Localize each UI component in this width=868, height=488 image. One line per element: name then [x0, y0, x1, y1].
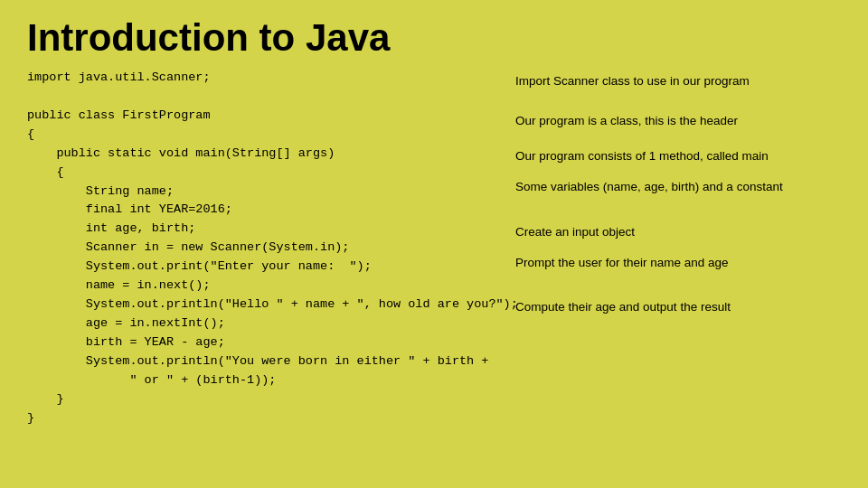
page-title: Introduction to Java — [0, 0, 868, 69]
annotation-compute: Compute their age and output the result — [515, 298, 841, 316]
annotations-section: Import Scanner class to use in our progr… — [515, 69, 841, 428]
code-section: import java.util.Scanner; public class F… — [27, 69, 497, 428]
annotation-prompt-user: Prompt the user for their name and age — [515, 254, 841, 272]
annotation-variables: Some variables (name, age, birth) and a … — [515, 178, 841, 196]
annotation-class-header: Our program is a class, this is the head… — [515, 112, 841, 130]
annotation-input-object: Create an input object — [515, 223, 841, 241]
annotation-main: Our program consists of 1 method, called… — [515, 147, 841, 165]
annotation-import: Import Scanner class to use in our progr… — [515, 72, 841, 90]
code-block: import java.util.Scanner; public class F… — [27, 69, 497, 428]
